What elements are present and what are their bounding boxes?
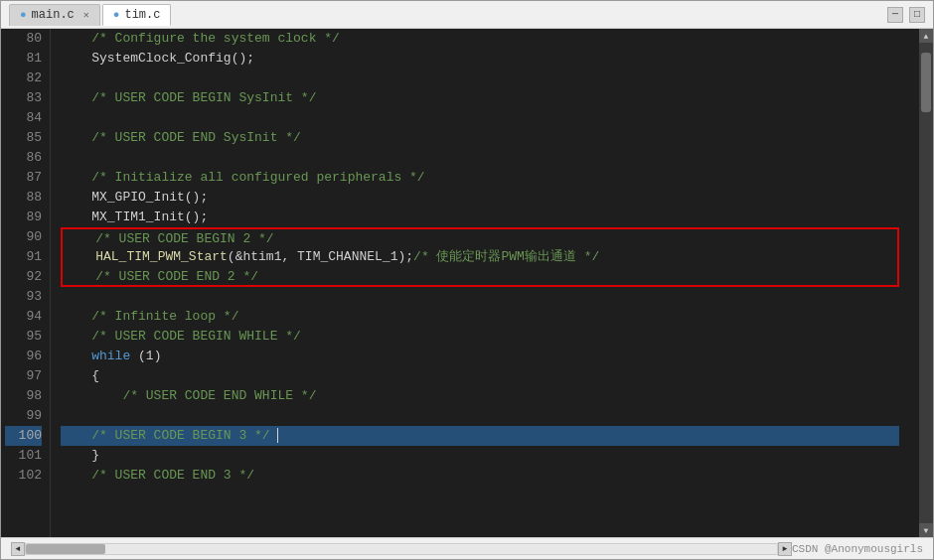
hscroll-track[interactable] (25, 543, 778, 555)
line-number: 96 (5, 347, 42, 366)
line-number: 83 (5, 88, 42, 108)
line-number: 94 (5, 307, 42, 327)
line-number: 90 (5, 227, 42, 247)
tab-tim-c[interactable]: ● tim.c (102, 4, 172, 26)
scroll-down-button[interactable]: ▼ (919, 523, 933, 537)
tab-main-c[interactable]: ● main.c ✕ (9, 4, 100, 26)
file-icon-main: ● (20, 9, 27, 21)
line-number: 89 (5, 208, 42, 227)
line-number: 95 (5, 327, 42, 347)
code-line: /* USER CODE BEGIN SysInit */ (61, 88, 899, 108)
line-number: 98 (5, 386, 42, 406)
file-icon-tim: ● (113, 9, 120, 21)
window-controls: ─ □ (887, 7, 925, 23)
code-line: /* USER CODE END SysInit */ (61, 128, 899, 148)
code-line: { (61, 366, 899, 386)
code-line: /* USER CODE BEGIN 2 */ (61, 227, 899, 247)
line-numbers: 8081828384858687888990919293949596979899… (1, 29, 51, 537)
tab-bar: ● main.c ✕ ● tim.c (9, 1, 171, 28)
code-line (61, 69, 899, 88)
titlebar: ● main.c ✕ ● tim.c ─ □ (1, 1, 933, 29)
line-number: 84 (5, 108, 42, 128)
code-line: /* Initialize all configured peripherals… (61, 168, 899, 188)
line-number: 93 (5, 287, 42, 307)
scrollbar-thumb[interactable] (921, 53, 931, 112)
code-line (61, 406, 899, 426)
code-line: /* USER CODE END 3 */ (61, 466, 899, 486)
code-line: MX_GPIO_Init(); (61, 188, 899, 208)
code-content[interactable]: /* Configure the system clock */ SystemC… (51, 29, 919, 537)
code-line (61, 108, 899, 128)
tab-label-tim: tim.c (124, 8, 160, 22)
code-line: HAL_TIM_PWM_Start(&htim1, TIM_CHANNEL_1)… (61, 247, 899, 267)
line-number: 100 (5, 426, 42, 446)
code-line: SystemClock_Config(); (61, 49, 899, 69)
line-number: 99 (5, 406, 42, 426)
code-lines: /* Configure the system clock */ SystemC… (61, 29, 919, 486)
line-number: 86 (5, 148, 42, 168)
bottom-bar: ◄ ► CSDN @Anonymousgirls (1, 537, 933, 559)
code-line (61, 148, 899, 168)
code-line (61, 287, 899, 307)
code-line: /* Configure the system clock */ (61, 29, 899, 49)
minimize-button[interactable]: ─ (887, 7, 903, 23)
scrollbar-track[interactable] (919, 43, 933, 523)
restore-button[interactable]: □ (909, 7, 925, 23)
line-number: 87 (5, 168, 42, 188)
line-number: 85 (5, 128, 42, 148)
scroll-left-button[interactable]: ◄ (11, 542, 25, 556)
line-number: 92 (5, 267, 42, 287)
line-number: 80 (5, 29, 42, 49)
main-window: ● main.c ✕ ● tim.c ─ □ 80818283848586878… (0, 0, 934, 560)
line-number: 88 (5, 188, 42, 208)
horizontal-scrollbar: ◄ ► (11, 542, 792, 556)
code-line: /* USER CODE END WHILE */ (61, 386, 899, 406)
code-line: /* USER CODE BEGIN 3 */ (61, 426, 899, 446)
hscroll-thumb[interactable] (26, 544, 105, 554)
code-line: while (1) (61, 347, 899, 366)
editor-area: 8081828384858687888990919293949596979899… (1, 29, 933, 537)
scroll-right-button[interactable]: ► (778, 542, 792, 556)
tab-close-main[interactable]: ✕ (83, 9, 89, 21)
tab-label-main: main.c (32, 8, 75, 22)
watermark-text: CSDN @Anonymousgirls (792, 543, 923, 555)
code-line: /* USER CODE END 2 */ (61, 267, 899, 287)
vertical-scrollbar: ▲ ▼ (919, 29, 933, 537)
code-line: /* USER CODE BEGIN WHILE */ (61, 327, 899, 347)
scroll-up-button[interactable]: ▲ (919, 29, 933, 43)
line-number: 102 (5, 466, 42, 486)
line-number: 91 (5, 247, 42, 267)
code-line: MX_TIM1_Init(); (61, 208, 899, 227)
code-line: } (61, 446, 899, 466)
line-number: 81 (5, 49, 42, 69)
line-number: 101 (5, 446, 42, 466)
line-number: 97 (5, 366, 42, 386)
code-line: /* Infinite loop */ (61, 307, 899, 327)
line-number: 82 (5, 69, 42, 88)
